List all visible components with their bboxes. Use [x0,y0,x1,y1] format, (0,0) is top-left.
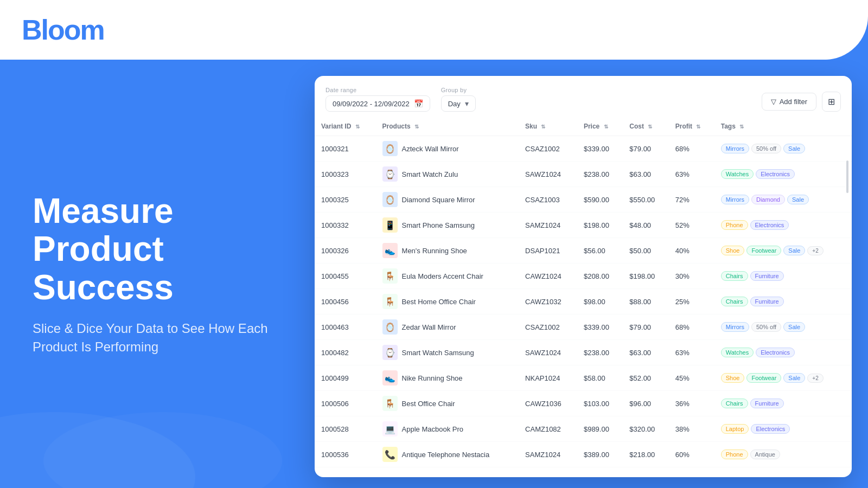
tag-badge[interactable]: Chairs [721,297,748,306]
cell-cost: $550.00 [623,187,668,213]
cell-tags: ShoeFootwearSale+2 [714,365,852,391]
product-thumbnail: 🪑 [382,294,398,309]
tag-badge[interactable]: Shoe [721,246,745,255]
cell-profit: 38% [669,416,714,442]
tag-badge[interactable]: Electronics [751,424,790,434]
right-panel: Date range 09/09/2022 - 12/09/2022 📅 Gro… [304,60,868,488]
date-range-control[interactable]: 09/09/2022 - 12/09/2022 📅 [326,95,430,112]
col-price[interactable]: Price ⇅ [577,117,623,136]
tag-badge[interactable]: Shoe [721,373,745,383]
tag-badge[interactable]: 50% off [751,322,781,332]
product-name: Azteck Wall Mirror [402,145,459,153]
tag-badge[interactable]: Sale [783,246,805,255]
tag-badge[interactable]: Mirrors [721,144,749,153]
cell-tags: ChairsFurniture [714,264,852,289]
tag-badge[interactable]: Furniture [750,399,784,408]
cell-profit: 60% [669,442,714,467]
cell-price: $98.00 [577,289,623,314]
cell-price: $989.00 [577,416,623,442]
tag-badge[interactable]: Mirrors [721,195,749,204]
tag-badge[interactable]: Electronics [756,348,795,357]
table-wrapper: Variant ID ⇅ Products ⇅ Sku ⇅ Price ⇅ Co… [315,117,852,477]
cell-product: 🪞Diamond Square Mirror [376,187,519,213]
col-products[interactable]: Products ⇅ [376,117,519,136]
table-row: 1000499👟Nike Running ShoeNKAP1024$58.00$… [315,365,852,391]
tag-badge[interactable]: Watches [721,169,754,179]
cell-price: $339.00 [577,314,623,340]
product-name: Zedar Wall Mirror [402,323,456,331]
tag-badge[interactable]: Sale [783,144,805,153]
product-name: Best Office Chair [402,400,455,408]
tag-badge[interactable]: Electronics [756,169,795,179]
calendar-icon: 📅 [414,99,423,108]
col-sku[interactable]: Sku ⇅ [519,117,577,136]
cell-profit: 63% [669,340,714,365]
tag-badge[interactable]: Sale [783,373,805,383]
product-thumbnail: 🪞 [382,141,398,156]
cell-variant-id: 1000332 [315,213,376,238]
tag-badge[interactable]: Antique [750,450,780,459]
cell-variant-id: 1000463 [315,314,376,340]
left-panel: Measure Product Success Slice & Dice You… [0,60,304,488]
cell-sku: CSAZ1002 [519,136,577,162]
product-thumbnail: ⌚ [382,166,398,182]
cell-price: $238.00 [577,162,623,187]
tag-badge[interactable]: Furniture [750,271,784,281]
table-card: Date range 09/09/2022 - 12/09/2022 📅 Gro… [315,76,852,477]
cell-price: $58.00 [577,365,623,391]
product-name: Nike Running Shoe [402,374,463,382]
tag-badge[interactable]: 50% off [751,144,781,153]
columns-button[interactable]: ⊞ [822,92,841,112]
tag-badge[interactable]: +2 [807,374,823,383]
cell-sku: CSAZ1002 [519,314,577,340]
tag-badge[interactable]: Footwear [746,373,781,383]
cell-variant-id: 1000506 [315,391,376,416]
tag-badge[interactable]: Furniture [750,297,784,306]
cell-price: $590.00 [577,187,623,213]
scroll-indicator[interactable] [846,160,848,193]
cell-tags: WatchesElectronics [714,162,852,187]
tag-badge[interactable]: Sale [783,322,805,332]
cell-sku: NKAP1024 [519,365,577,391]
tag-badge[interactable]: Phone [721,220,748,230]
cell-tags: Mirrors50% offSale [714,136,852,162]
col-variant-id[interactable]: Variant ID ⇅ [315,117,376,136]
logo: Bloom [22,14,104,46]
col-profit[interactable]: Profit ⇅ [669,117,714,136]
col-tags[interactable]: Tags ⇅ [714,117,852,136]
tag-badge[interactable]: Sale [787,195,809,204]
cell-profit: 68% [669,136,714,162]
cell-sku: SAWZ1024 [519,340,577,365]
tag-badge[interactable]: +2 [807,246,823,255]
add-filter-button[interactable]: ▽ Add filter [762,93,816,111]
table-row: 1000321🪞Azteck Wall MirrorCSAZ1002$339.0… [315,136,852,162]
tag-badge[interactable]: Chairs [721,271,748,281]
tag-badge[interactable]: Diamond [751,195,785,204]
product-name: Antique Telephone Nestacia [402,451,490,459]
cell-cost: $96.00 [623,391,668,416]
tag-badge[interactable]: Electronics [750,220,789,230]
cell-sku: CAWZ1036 [519,391,577,416]
filter-icon: ▽ [771,98,776,106]
cell-profit: 36% [669,391,714,416]
group-by-control[interactable]: Day ▾ [441,95,476,112]
table-row: 1000332📱Smart Phone SamsungSAMZ1024$198.… [315,213,852,238]
tag-badge[interactable]: Chairs [721,399,748,408]
tag-badge[interactable]: Footwear [746,246,781,255]
tag-badge[interactable]: Laptop [721,424,749,434]
product-name: Smart Watch Zulu [402,170,458,178]
cell-product: 📞Antique Telephone Nestacia [376,442,519,467]
tag-badge[interactable]: Phone [721,450,748,459]
product-name: Best Home Office Chair [402,298,476,306]
cell-product: 🪑Best Home Office Chair [376,289,519,314]
cell-variant-id: 1000528 [315,416,376,442]
cell-variant-id: 1000325 [315,187,376,213]
cell-product: 🪑Eula Moders Accent Chair [376,264,519,289]
tag-badge[interactable]: Mirrors [721,322,749,332]
date-range-label: Date range [326,87,430,93]
tag-badge[interactable]: Watches [721,348,754,357]
cell-tags: Mirrors50% offSale [714,314,852,340]
product-thumbnail: 📞 [382,447,398,462]
cell-sku: DSAP1021 [519,238,577,264]
col-cost[interactable]: Cost ⇅ [623,117,668,136]
